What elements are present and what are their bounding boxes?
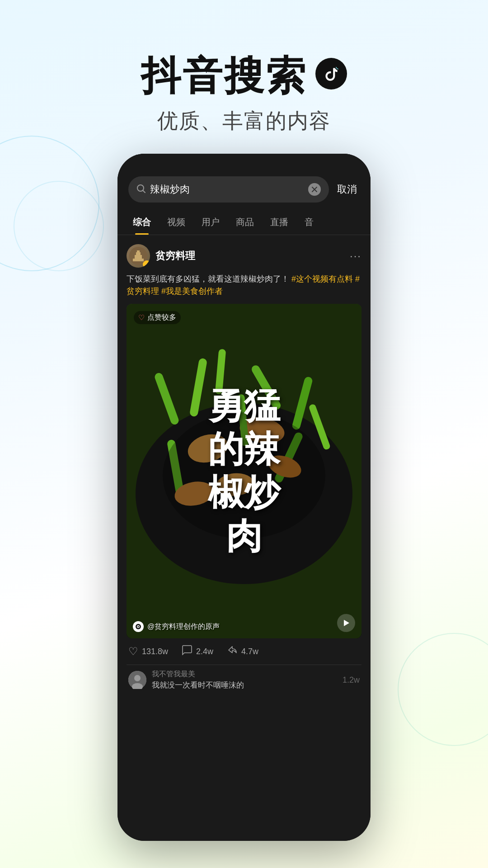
avatar[interactable]: ✓ [127, 244, 150, 268]
bg-circle-3 [398, 633, 488, 746]
phone-mockup: 辣椒炒肉 取消 综合 视频 用户 商品 直播 音 [117, 154, 371, 841]
tab-直播[interactable]: 直播 [262, 210, 296, 235]
post-header: ✓ 贫穷料理 ··· [127, 244, 361, 268]
popular-badge: ♡ 点赞较多 [134, 311, 181, 324]
share-button[interactable]: 4.7w [227, 645, 258, 658]
comment-avatar [128, 671, 146, 689]
tab-用户[interactable]: 用户 [193, 210, 228, 235]
tiktok-logo-icon [315, 58, 347, 90]
video-main-text: 勇猛的辣椒炒肉 [208, 384, 280, 558]
popular-text: 点赞较多 [147, 313, 176, 322]
svg-line-1 [143, 190, 145, 193]
video-background: 勇猛的辣椒炒肉 [127, 304, 361, 638]
username[interactable]: 贫穷料理 [155, 249, 195, 263]
sub-title: 优质、丰富的内容 [0, 107, 488, 135]
svg-rect-5 [133, 259, 144, 261]
svg-rect-8 [137, 250, 140, 252]
tab-综合[interactable]: 综合 [125, 210, 159, 235]
svg-marker-29 [344, 620, 349, 626]
header-section: 抖音搜索 优质、丰富的内容 [0, 0, 488, 162]
comment-button[interactable]: 2.4w [182, 645, 213, 658]
svg-point-31 [134, 675, 141, 681]
search-cancel-button[interactable]: 取消 [334, 183, 360, 196]
like-count: 131.8w [142, 647, 168, 656]
comment-text: 我就没一次看时不咽唾沫的 [152, 680, 337, 690]
like-icon: ♡ [128, 645, 138, 658]
share-count: 4.7w [241, 647, 258, 656]
comment-icon [182, 645, 192, 658]
comment-content: 我不管我最美 我就没一次看时不咽唾沫的 [152, 670, 337, 690]
share-icon [227, 645, 238, 658]
video-container[interactable]: 勇猛的辣椒炒肉 ♡ 点赞较多 [127, 304, 361, 638]
comment-count: 2.4w [196, 647, 213, 656]
comment-username: 我不管我最美 [152, 670, 337, 679]
tab-商品[interactable]: 商品 [228, 210, 262, 235]
search-icon [136, 184, 145, 195]
tabs-area: 综合 视频 用户 商品 直播 音 [117, 210, 371, 235]
hashtag-3[interactable]: #我是美食创作者 [161, 287, 223, 296]
hashtag-1[interactable]: #这个视频有点料 [291, 274, 353, 283]
interaction-bar: ♡ 131.8w 2.4w [127, 638, 361, 665]
search-clear-button[interactable] [308, 183, 321, 196]
video-text-overlay: 勇猛的辣椒炒肉 [127, 304, 361, 638]
tab-视频[interactable]: 视频 [159, 210, 193, 235]
main-title-text: 抖音搜索 [141, 54, 307, 98]
phone-screen: 辣椒炒肉 取消 综合 视频 用户 商品 直播 音 [117, 154, 371, 841]
user-info: ✓ 贫穷料理 [127, 244, 195, 268]
tab-音乐[interactable]: 音 [296, 210, 322, 235]
search-box[interactable]: 辣椒炒肉 [128, 176, 329, 203]
sound-icon [133, 621, 144, 632]
bg-circle-2 [14, 181, 104, 271]
like-button[interactable]: ♡ 131.8w [128, 645, 168, 658]
post-description: 下饭菜到底有多凶猛，就看这道辣椒炒肉了！ #这个视频有点料 #贫穷料理 #我是美… [127, 273, 361, 297]
more-options-button[interactable]: ··· [350, 250, 361, 262]
heart-icon: ♡ [138, 313, 145, 322]
search-query: 辣椒炒肉 [150, 183, 304, 196]
sound-text: @贫穷料理创作的原声 [147, 622, 220, 632]
search-area: 辣椒炒肉 取消 [117, 154, 371, 210]
comment-preview: 我不管我最美 我就没一次看时不咽唾沫的 1.2w [127, 665, 361, 695]
content-area: ✓ 贫穷料理 ··· 下饭菜到底有多凶猛，就看这道辣椒炒肉了！ #这个视频有点料… [117, 235, 371, 695]
sound-bar: @贫穷料理创作的原声 [133, 621, 220, 632]
svg-rect-7 [136, 252, 141, 255]
svg-rect-6 [135, 255, 142, 259]
play-button[interactable] [337, 614, 355, 632]
svg-point-28 [138, 626, 139, 627]
main-title: 抖音搜索 [0, 54, 488, 98]
verified-badge: ✓ [143, 260, 150, 268]
comment-reaction-count: 1.2w [343, 675, 360, 685]
